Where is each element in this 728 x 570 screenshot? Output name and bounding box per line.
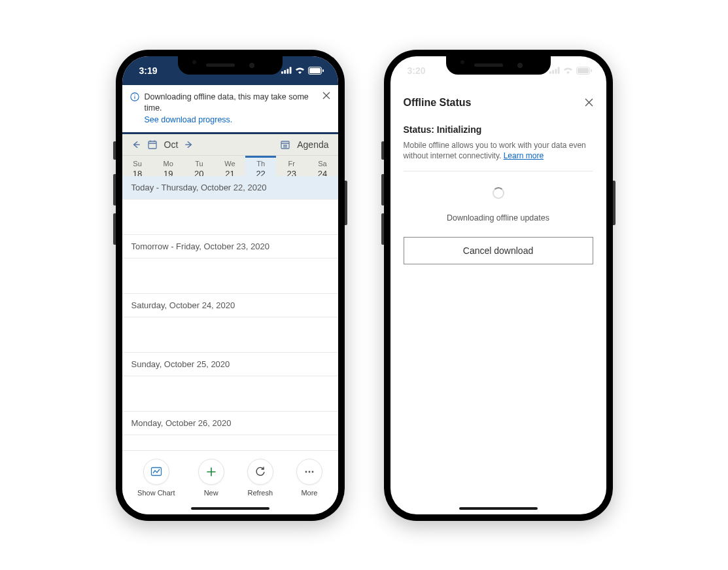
svg-rect-0	[281, 71, 283, 74]
agenda-day[interactable]: Saturday, October 24, 2020	[122, 294, 338, 317]
status-signals	[281, 67, 324, 75]
home-indicator[interactable]	[191, 507, 269, 510]
month-label: Oct	[164, 139, 179, 150]
empty-slot[interactable]	[122, 376, 338, 412]
svg-point-24	[309, 471, 311, 472]
refresh-icon	[254, 466, 266, 478]
svg-point-25	[312, 471, 314, 472]
close-icon[interactable]	[322, 92, 330, 99]
agenda-toggle[interactable]: Agenda	[280, 139, 328, 150]
agenda-day[interactable]: Monday, October 26, 2020	[122, 412, 338, 435]
learn-more-link[interactable]: Learn more	[504, 151, 544, 160]
empty-slot[interactable]	[122, 200, 338, 235]
svg-rect-32	[591, 69, 592, 72]
svg-rect-29	[557, 67, 559, 73]
loading-spinner-icon	[493, 187, 504, 199]
more-button[interactable]: More	[296, 459, 322, 497]
download-banner: Downloading offline data, this may take …	[122, 85, 338, 135]
agenda-day[interactable]: Tomorrow - Friday, October 23, 2020	[122, 235, 338, 258]
wifi-icon	[563, 67, 573, 74]
status-time: 3:19	[139, 65, 158, 76]
plus-icon	[205, 466, 217, 478]
status-description: Mobile offline allows you to work with y…	[404, 141, 586, 161]
svg-rect-5	[309, 68, 321, 73]
calendar-toolbar: Oct Agenda	[122, 134, 338, 156]
agenda-label: Agenda	[297, 139, 328, 150]
svg-rect-12	[148, 141, 156, 149]
refresh-button[interactable]: Refresh	[247, 459, 273, 497]
download-progress-link[interactable]: See download progress.	[145, 115, 233, 124]
empty-slot[interactable]	[122, 317, 338, 353]
divider	[404, 171, 593, 171]
next-month-icon[interactable]	[184, 140, 194, 149]
cellular-icon	[281, 67, 292, 74]
svg-rect-26	[549, 71, 551, 74]
svg-rect-27	[552, 70, 554, 74]
svg-rect-2	[286, 69, 288, 74]
cancel-download-button[interactable]: Cancel download	[404, 237, 593, 264]
downloading-label: Downloading offline updates	[404, 213, 593, 223]
info-icon	[130, 92, 139, 101]
svg-rect-31	[578, 68, 589, 73]
agenda-list[interactable]: Today - Thursday, October 22, 2020 Tomor…	[122, 176, 338, 450]
svg-rect-8	[134, 96, 135, 99]
offline-status-title: Offline Status	[404, 97, 472, 109]
more-icon	[303, 466, 315, 478]
empty-slot[interactable]	[122, 258, 338, 294]
svg-rect-6	[322, 69, 324, 72]
svg-rect-9	[134, 94, 135, 95]
show-chart-button[interactable]: Show Chart	[137, 459, 175, 497]
cellular-icon	[549, 67, 560, 74]
status-label: Status: Initializing	[404, 124, 593, 135]
svg-rect-28	[555, 69, 557, 74]
agenda-day-today[interactable]: Today - Thursday, October 22, 2020	[122, 176, 338, 200]
battery-icon	[576, 67, 592, 75]
svg-rect-1	[284, 70, 286, 74]
calendar-icon[interactable]	[147, 139, 158, 150]
chart-icon	[150, 466, 162, 478]
agenda-day[interactable]: Sunday, October 25, 2020	[122, 353, 338, 376]
home-indicator[interactable]	[459, 507, 538, 510]
status-signals	[549, 67, 592, 75]
empty-slot[interactable]	[122, 435, 338, 450]
svg-point-23	[305, 471, 307, 472]
agenda-icon	[280, 139, 290, 150]
svg-rect-3	[289, 67, 291, 73]
new-button[interactable]: New	[198, 459, 224, 497]
bottom-bar: Show Chart New Refresh More	[122, 450, 338, 514]
battery-icon	[308, 67, 324, 75]
wifi-icon	[295, 67, 305, 74]
close-icon[interactable]	[585, 98, 593, 107]
phone-right: 3:20 Offline Status Status: Initializing…	[384, 50, 613, 521]
status-time: 3:20	[407, 65, 426, 76]
phone-left: 3:19 Downloading offline data, this may …	[116, 50, 345, 521]
banner-message: Downloading offline data, this may take …	[145, 92, 309, 113]
prev-month-icon[interactable]	[131, 140, 141, 149]
